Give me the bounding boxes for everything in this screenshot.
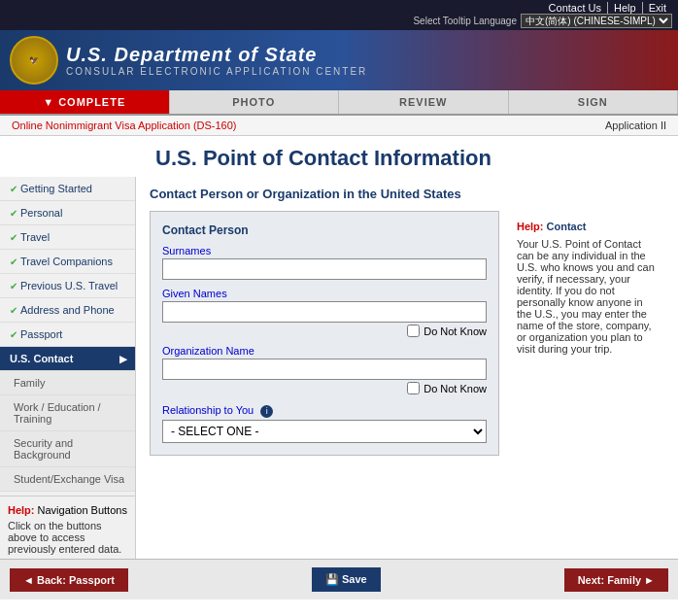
help-contact-label: Contact	[547, 221, 587, 232]
org-name-input[interactable]	[162, 359, 487, 380]
help-label: Help:	[517, 221, 544, 232]
surnames-input[interactable]	[162, 258, 487, 280]
tooltip-lang-label: Select Tooltip Language	[413, 16, 517, 26]
language-select[interactable]: 中文(简体) (CHINESE-SIMPL)	[521, 14, 672, 28]
help-nav: Help: Navigation Buttons Click on the bu…	[0, 496, 135, 559]
content-area: Contact Person or Organization in the Un…	[136, 177, 678, 559]
next-button[interactable]: Next: Family ►	[564, 568, 668, 592]
main-layout: ✔Getting Started ✔Personal ✔Travel ✔Trav…	[0, 177, 678, 559]
section-title: Contact Person or Organization in the Un…	[150, 187, 664, 201]
sidebar-item-getting-started[interactable]: ✔Getting Started	[0, 177, 135, 201]
us-seal: 🦅	[10, 36, 58, 85]
app-id: Application II	[605, 120, 666, 131]
sidebar-item-student-exchange[interactable]: Student/Exchange Visa	[0, 467, 135, 492]
contact-person-label: Contact Person	[162, 223, 487, 237]
surnames-group: Surnames	[162, 245, 487, 280]
tab-photo[interactable]: PHOTO	[170, 90, 340, 114]
app-title-bar: Online Nonimmigrant Visa Application (DS…	[0, 116, 678, 136]
info-icon[interactable]: i	[260, 405, 273, 418]
dept-subtitle: CONSULAR ELECTRONIC APPLICATION CENTER	[66, 66, 367, 77]
nav-tabs: ▼COMPLETE PHOTO REVIEW SIGN	[0, 90, 678, 116]
given-names-label: Given Names	[162, 288, 487, 299]
do-not-know-label-1: Do Not Know	[424, 325, 487, 337]
sidebar-item-security-background[interactable]: Security and Background	[0, 431, 135, 467]
tab-review[interactable]: REVIEW	[339, 90, 509, 114]
sidebar-item-work-education[interactable]: Work / Education / Training	[0, 395, 135, 431]
exit-link[interactable]: Exit	[643, 2, 672, 14]
tab-complete[interactable]: ▼COMPLETE	[0, 90, 170, 114]
tab-sign[interactable]: SIGN	[509, 90, 679, 114]
given-names-input[interactable]	[162, 301, 487, 323]
org-name-label: Organization Name	[162, 345, 487, 357]
site-header: 🦅 U.S. Department of State CONSULAR ELEC…	[0, 30, 678, 90]
dept-name: U.S. Department of State	[66, 44, 367, 66]
help-link[interactable]: Help	[608, 2, 643, 14]
sidebar: ✔Getting Started ✔Personal ✔Travel ✔Trav…	[0, 177, 136, 559]
sidebar-item-previous-us-travel[interactable]: ✔Previous U.S. Travel	[0, 274, 135, 298]
sidebar-item-personal[interactable]: ✔Personal	[0, 201, 135, 225]
app-title: Online Nonimmigrant Visa Application (DS…	[12, 120, 237, 131]
relationship-label: Relationship to You	[162, 404, 254, 416]
sidebar-item-passport[interactable]: ✔Passport	[0, 323, 135, 347]
contact-person-form: Contact Person Surnames Given Names Do N…	[150, 211, 499, 456]
do-not-know-checkbox-2[interactable]	[407, 382, 420, 394]
save-button[interactable]: 💾 Save	[312, 567, 381, 592]
org-name-group: Organization Name Do Not Know	[162, 345, 487, 394]
top-bar: Contact Us Help Exit Select Tooltip Lang…	[0, 0, 678, 30]
page-title: U.S. Point of Contact Information	[0, 136, 678, 177]
sidebar-item-family[interactable]: Family	[0, 371, 135, 395]
help-nav-text: Click on the buttons above to access pre…	[8, 520, 127, 555]
do-not-know-checkbox-1[interactable]	[407, 325, 420, 337]
relationship-group: Relationship to You i - SELECT ONE - Spo…	[162, 404, 487, 443]
back-button[interactable]: ◄ Back: Passport	[10, 568, 128, 592]
footer-buttons: ◄ Back: Passport 💾 Save Next: Family ►	[0, 559, 678, 599]
surnames-label: Surnames	[162, 245, 487, 257]
given-names-group: Given Names Do Not Know	[162, 288, 487, 337]
contact-us-link[interactable]: Contact Us	[543, 2, 608, 14]
sidebar-item-us-contact[interactable]: U.S. Contact ▶	[0, 347, 135, 371]
help-panel: Help: Contact Your U.S. Point of Contact…	[509, 211, 664, 465]
do-not-know-label-2: Do Not Know	[424, 383, 487, 394]
sidebar-item-travel-companions[interactable]: ✔Travel Companions	[0, 250, 135, 274]
help-text: Your U.S. Point of Contact can be any in…	[517, 238, 657, 355]
sidebar-item-address-and-phone[interactable]: ✔Address and Phone	[0, 298, 135, 323]
relationship-select[interactable]: - SELECT ONE - Spouse Child Parent Sibli…	[162, 420, 487, 443]
sidebar-item-travel[interactable]: ✔Travel	[0, 225, 135, 250]
